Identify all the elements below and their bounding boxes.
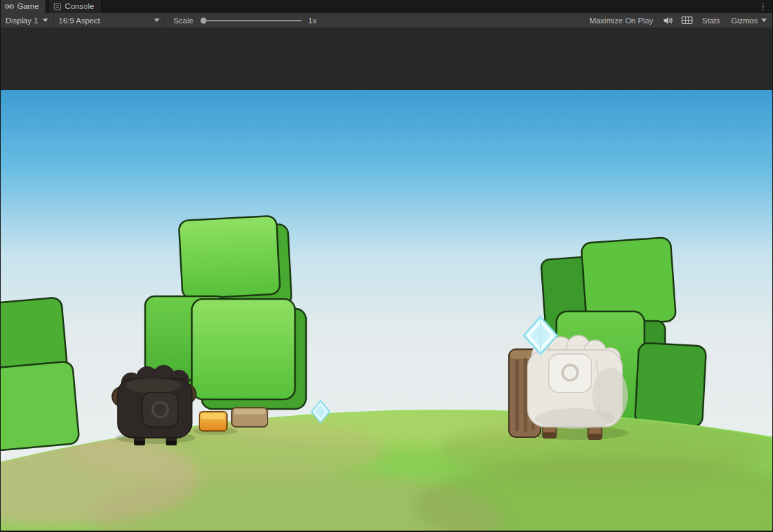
device-grid-button[interactable] — [677, 13, 697, 27]
chevron-down-icon — [761, 19, 767, 22]
letterbox-top — [1, 28, 772, 90]
grid-icon — [682, 16, 693, 24]
aspect-ratio-dropdown[interactable]: 16:9 Aspect — [54, 13, 165, 27]
kebab-menu-icon[interactable]: ⋮ — [754, 0, 772, 13]
stats-button[interactable]: Stats — [697, 13, 726, 27]
tab-bar: Game Console ⋮ — [1, 0, 772, 13]
scale-slider-knob[interactable] — [200, 17, 207, 24]
stats-label: Stats — [702, 16, 720, 25]
black-sheep — [112, 365, 196, 445]
gizmos-label: Gizmos — [731, 16, 758, 25]
maximize-on-play-button[interactable]: Maximize On Play — [584, 13, 659, 27]
tab-game[interactable]: Game — [1, 0, 45, 13]
chevron-down-icon — [43, 19, 48, 22]
game-viewport[interactable] — [1, 90, 773, 532]
scale-value: 1x — [308, 16, 316, 25]
console-icon — [54, 3, 61, 10]
display-dropdown-label: Display 1 — [6, 16, 38, 25]
unity-game-view-window: Game Console ⋮ Display 1 16:9 Aspect Sca… — [0, 0, 773, 532]
maximize-on-play-label: Maximize On Play — [589, 16, 653, 25]
aspect-dropdown-label: 16:9 Aspect — [58, 16, 100, 25]
wood-block — [232, 408, 268, 427]
display-dropdown[interactable]: Display 1 — [1, 13, 54, 27]
scale-slider[interactable] — [200, 16, 302, 25]
tab-console[interactable]: Console — [50, 0, 101, 13]
game-render — [1, 90, 773, 532]
tab-game-label: Game — [17, 0, 39, 13]
toolbar-right-group: Maximize On Play Stats — [584, 13, 772, 27]
gizmos-dropdown[interactable]: Gizmos — [726, 13, 772, 27]
orange-crate — [199, 412, 227, 431]
game-toolbar: Display 1 16:9 Aspect Scale 1x Maximize … — [1, 13, 772, 28]
speaker-icon — [663, 16, 673, 25]
scale-slider-track[interactable] — [200, 20, 302, 21]
scale-label: Scale — [173, 16, 193, 25]
chevron-down-icon — [154, 19, 160, 22]
game-icon — [5, 3, 14, 10]
mute-audio-button[interactable] — [659, 13, 677, 27]
tab-console-label: Console — [65, 0, 94, 13]
